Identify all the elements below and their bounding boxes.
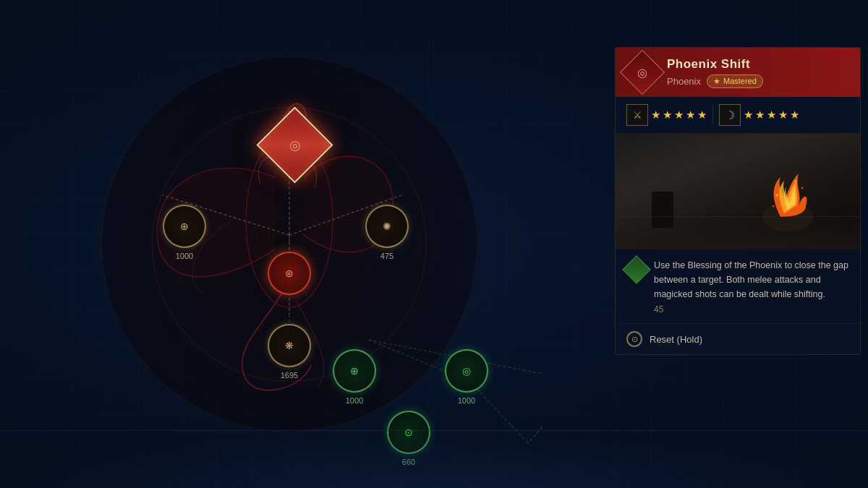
svg-point-16 [794,180,796,181]
desc-number: 45 [654,304,849,314]
reset-icon: ⊙ [626,331,642,347]
ability-icon-symbol: ◎ [637,66,647,80]
left-symbol: ⊕ [180,221,189,231]
green-left-symbol: ⊕ [350,366,359,376]
svg-point-17 [773,205,775,207]
ability-panel: ◎ Phoenix Shift Phoenix ★ Mastered ⚔ ★ ★… [615,47,861,355]
attack-stars: ★ ★ ★ ★ ★ [651,108,707,121]
horizon-line [616,216,860,217]
atk-star-4: ★ [686,108,695,121]
svg-point-15 [801,187,804,189]
node-mid-center[interactable]: ⊛ [268,252,311,295]
center-symbol: ◎ [289,138,301,151]
node-green-left-cost: 1000 [346,396,363,405]
moon-icon: ☽ [725,108,735,122]
panel-stars-row: ⚔ ★ ★ ★ ★ ★ ☽ ★ ★ ★ ★ ★ [616,97,860,134]
node-center[interactable]: ◎ [268,118,322,172]
panel-title-block: Phoenix Shift Phoenix ★ Mastered [667,57,849,88]
pass-star-1: ★ [744,108,753,121]
ability-icon-diamond: ◎ [620,50,665,95]
stars-separator [712,106,713,124]
atk-star-3: ★ [674,108,684,121]
bottom-decoration [0,430,868,488]
skill-icon-right: ✺ [365,205,409,248]
mastered-badge: ★ Mastered [707,74,763,88]
node-left-cost: 1000 [176,252,193,260]
skill-wheel: ◎ ⊕ 1000 ✺ 475 ⊛ ❋ 1695 ⊕ 1000 [36,0,542,488]
reset-label: Reset (Hold) [650,334,702,345]
pass-star-3: ★ [767,108,776,121]
ability-description: Use the Blessing of the Phoenix to close… [654,258,849,301]
center-mid-symbol: ⊛ [285,268,294,278]
desc-diamond-icon [622,255,651,284]
fire-effect [744,166,831,239]
skill-icon-bottom: ❋ [268,324,311,367]
reset-button[interactable]: ⊙ Reset (Hold) [616,324,860,354]
ability-name: Phoenix Shift [667,57,849,72]
panel-description-area: Use the Blessing of the Phoenix to close… [616,249,860,324]
sword-icon: ⚔ [626,104,648,126]
node-mid-right[interactable]: ✺ 475 [365,205,409,260]
atk-star-1: ★ [651,108,660,121]
node-green-right-cost: 1000 [458,396,475,405]
skill-icon-center: ⊛ [268,252,311,295]
node-bottom[interactable]: ❋ 1695 [268,324,311,380]
figure-silhouette [652,192,673,228]
diamond-icon: ◎ [256,106,333,183]
atk-star-5: ★ [697,108,707,121]
node-bottom-cost: 1695 [281,371,298,380]
ability-preview [616,134,860,249]
node-green-right[interactable]: ◎ 1000 [445,349,488,405]
node-green-left[interactable]: ⊕ 1000 [333,349,376,405]
sword-symbol: ⚔ [633,109,642,121]
atk-star-2: ★ [663,108,672,121]
panel-source-row: Phoenix ★ Mastered [667,74,849,88]
ability-source: Phoenix [667,76,701,87]
node-mid-left[interactable]: ⊕ 1000 [163,205,206,260]
bottom-symbol: ❋ [285,341,294,351]
skill-icon-left: ⊕ [163,205,206,248]
mastered-star-icon: ★ [713,77,720,86]
skill-icon-green-left: ⊕ [333,349,376,393]
green-right-symbol: ◎ [462,366,471,376]
panel-header: ◎ Phoenix Shift Phoenix ★ Mastered [616,48,860,97]
passive-icon-box: ☽ [719,104,741,126]
pass-star-5: ★ [790,108,799,121]
node-right-cost: 475 [380,252,393,260]
right-symbol: ✺ [383,221,391,231]
svg-point-14 [775,194,778,197]
passive-stars: ★ ★ ★ ★ ★ [744,108,799,121]
pass-star-4: ★ [778,108,788,121]
pass-star-2: ★ [755,108,765,121]
skill-icon-green-right: ◎ [445,349,488,393]
mastered-label: Mastered [723,77,757,85]
